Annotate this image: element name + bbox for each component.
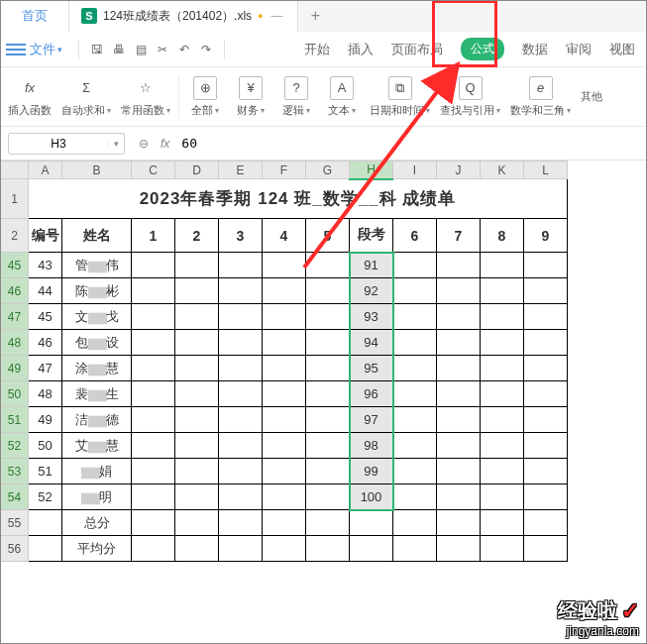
id-cell[interactable]: 46 bbox=[29, 330, 62, 356]
col-L[interactable]: L bbox=[524, 161, 568, 179]
tab-data[interactable]: 数据 bbox=[522, 41, 548, 58]
undo-icon[interactable]: ↶ bbox=[174, 40, 194, 59]
text-functions-button[interactable]: A 文本▾ bbox=[320, 76, 364, 118]
lookup-functions-button[interactable]: Q 查找与引用▾ bbox=[436, 76, 504, 118]
save-icon[interactable]: 🖫 bbox=[87, 40, 107, 59]
col-E[interactable]: E bbox=[219, 161, 263, 179]
id-cell[interactable]: 47 bbox=[29, 356, 62, 381]
score-cell[interactable]: 93 bbox=[350, 304, 393, 330]
score-cell[interactable]: 91 bbox=[350, 253, 393, 278]
score-cell[interactable]: 95 bbox=[350, 356, 393, 381]
col-I[interactable]: I bbox=[393, 161, 437, 179]
zoom-out-icon[interactable]: ⊖ bbox=[139, 137, 149, 151]
name-cell[interactable]: ▆▆明 bbox=[62, 484, 132, 510]
row-header[interactable]: 54 bbox=[1, 484, 29, 510]
score-cell[interactable]: 97 bbox=[350, 407, 393, 433]
new-tab-button[interactable]: + bbox=[298, 0, 334, 32]
name-cell[interactable]: 洁▆▆德 bbox=[62, 407, 132, 433]
other-functions-button[interactable]: 其他 bbox=[577, 89, 606, 104]
common-functions-button[interactable]: ☆ 常用函数▾ bbox=[117, 76, 174, 118]
row-header[interactable]: 45 bbox=[1, 253, 29, 278]
id-cell[interactable]: 43 bbox=[29, 253, 62, 278]
row-header[interactable]: 2 bbox=[1, 219, 29, 253]
col-H[interactable]: H bbox=[350, 161, 393, 179]
tab-view[interactable]: 视图 bbox=[609, 41, 635, 58]
header-cell[interactable]: 编号 bbox=[29, 219, 62, 253]
col-C[interactable]: C bbox=[132, 161, 175, 179]
name-box[interactable] bbox=[9, 134, 108, 154]
column-headers[interactable]: A B C D E F G H I J K L bbox=[1, 161, 568, 179]
score-cell[interactable]: 92 bbox=[350, 278, 393, 304]
tab-insert[interactable]: 插入 bbox=[348, 41, 374, 58]
row-header[interactable]: 46 bbox=[1, 278, 29, 304]
logic-functions-button[interactable]: ? 逻辑▾ bbox=[274, 76, 318, 118]
redo-icon[interactable]: ↷ bbox=[196, 40, 216, 59]
header-cell[interactable]: 7 bbox=[437, 219, 481, 253]
name-cell[interactable]: 包▆▆设 bbox=[62, 330, 132, 356]
row-header[interactable]: 52 bbox=[1, 433, 29, 459]
tab-review[interactable]: 审阅 bbox=[566, 41, 592, 58]
math-functions-button[interactable]: e 数学和三角▾ bbox=[506, 76, 575, 118]
id-cell[interactable]: 45 bbox=[29, 304, 62, 330]
col-D[interactable]: D bbox=[175, 161, 219, 179]
id-cell[interactable]: 51 bbox=[29, 459, 62, 484]
name-cell[interactable]: 裴▆▆生 bbox=[62, 381, 132, 407]
select-all-corner[interactable] bbox=[1, 161, 29, 179]
namebox-dropdown-icon[interactable]: ▾ bbox=[108, 139, 124, 149]
header-cell[interactable]: 2 bbox=[175, 219, 219, 253]
header-cell[interactable]: 5 bbox=[306, 219, 350, 253]
score-cell[interactable]: 99 bbox=[350, 459, 393, 484]
close-tab-icon[interactable]: — bbox=[270, 9, 285, 23]
row-header[interactable]: 50 bbox=[1, 381, 29, 407]
id-cell[interactable]: 48 bbox=[29, 381, 62, 407]
id-cell[interactable]: 49 bbox=[29, 407, 62, 433]
row-header[interactable]: 47 bbox=[1, 304, 29, 330]
row-header[interactable]: 51 bbox=[1, 407, 29, 433]
tab-layout[interactable]: 页面布局 bbox=[391, 41, 443, 58]
id-cell[interactable]: 50 bbox=[29, 433, 62, 459]
row-header[interactable]: 56 bbox=[1, 536, 29, 562]
row-header[interactable]: 49 bbox=[1, 356, 29, 381]
col-J[interactable]: J bbox=[437, 161, 481, 179]
file-menu[interactable]: 文件▾ bbox=[30, 41, 62, 58]
col-B[interactable]: B bbox=[62, 161, 132, 179]
all-functions-button[interactable]: ⊕ 全部▾ bbox=[183, 76, 227, 118]
name-cell[interactable]: ▆▆娟 bbox=[62, 459, 132, 484]
menu-icon[interactable] bbox=[6, 40, 26, 59]
insert-function-button[interactable]: fx 插入函数 bbox=[4, 76, 55, 118]
row-header[interactable]: 48 bbox=[1, 330, 29, 356]
header-cell[interactable]: 段考 bbox=[350, 219, 393, 253]
name-cell[interactable]: 管▆▆伟 bbox=[62, 253, 132, 278]
score-cell[interactable]: 100 bbox=[350, 484, 393, 510]
col-G[interactable]: G bbox=[306, 161, 350, 179]
header-cell[interactable]: 1 bbox=[132, 219, 175, 253]
score-cell[interactable]: 94 bbox=[350, 330, 393, 356]
cut-icon[interactable]: ✂ bbox=[153, 40, 172, 59]
cell[interactable] bbox=[29, 536, 62, 562]
name-cell[interactable]: 文▆▆戈 bbox=[62, 304, 132, 330]
tab-formula[interactable]: 公式 bbox=[461, 38, 504, 60]
cell[interactable] bbox=[29, 510, 62, 536]
name-cell[interactable]: 陈▆▆彬 bbox=[62, 278, 132, 304]
col-K[interactable]: K bbox=[481, 161, 524, 179]
header-cell[interactable]: 姓名 bbox=[62, 219, 132, 253]
home-tab[interactable]: 首页 bbox=[0, 0, 69, 32]
document-tab[interactable]: S 124班成绩表（201402）.xls ● — bbox=[69, 0, 298, 32]
row-header[interactable]: 53 bbox=[1, 459, 29, 484]
average-label[interactable]: 平均分 bbox=[62, 536, 132, 562]
score-cell[interactable]: 96 bbox=[350, 381, 393, 407]
datetime-functions-button[interactable]: ⧉ 日期和时间▾ bbox=[366, 76, 434, 118]
name-cell[interactable]: 艾▆▆慧 bbox=[62, 433, 132, 459]
col-A[interactable]: A bbox=[29, 161, 62, 179]
row-header[interactable]: 1 bbox=[1, 179, 29, 219]
header-cell[interactable]: 8 bbox=[481, 219, 524, 253]
row-header[interactable]: 55 bbox=[1, 510, 29, 536]
header-cell[interactable]: 6 bbox=[393, 219, 437, 253]
autosum-button[interactable]: Σ 自动求和▾ bbox=[57, 76, 115, 118]
spreadsheet-grid[interactable]: A B C D E F G H I J K L 1 2023年春季期 124 班… bbox=[0, 161, 647, 562]
tab-start[interactable]: 开始 bbox=[304, 41, 330, 58]
header-cell[interactable]: 9 bbox=[524, 219, 568, 253]
print-icon[interactable]: 🖶 bbox=[109, 40, 129, 59]
col-F[interactable]: F bbox=[263, 161, 306, 179]
id-cell[interactable]: 44 bbox=[29, 278, 62, 304]
